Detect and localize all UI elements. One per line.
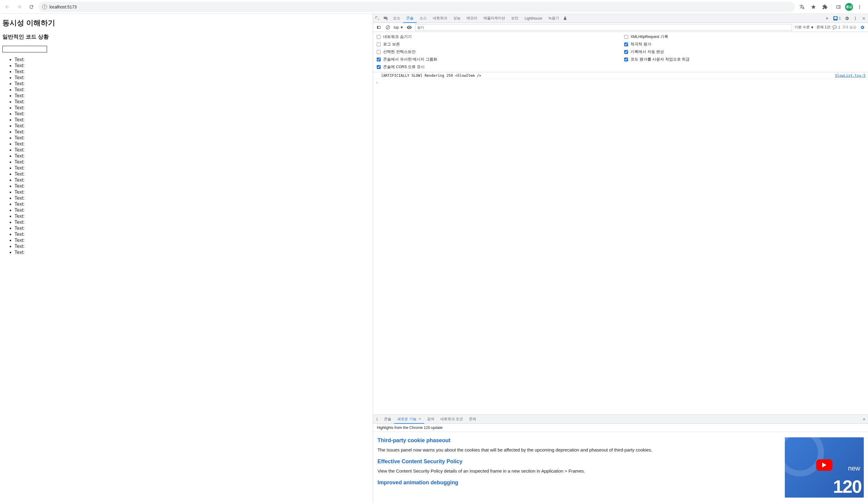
log-source-link[interactable]: SlowList.tsx:5 — [835, 73, 866, 78]
list-item: Text: — [14, 56, 370, 63]
console-setting-checkbox[interactable]: 선택된 컨텍스트만 — [377, 49, 617, 54]
bookmark-icon[interactable] — [809, 2, 818, 12]
checkbox-label: 네트워크 숨기기 — [383, 34, 411, 40]
url-text: localhost:5173 — [50, 4, 76, 9]
list-item: Text: — [14, 105, 370, 111]
list-item: Text: — [14, 87, 370, 93]
page-h2: 일반적인 코드 상황 — [2, 33, 370, 40]
console-setting-checkbox[interactable]: 코드 평가를 사용자 작업으로 취급 — [624, 57, 865, 62]
context-selector[interactable]: top ▼ — [394, 25, 404, 30]
page-text-input[interactable] — [2, 46, 47, 52]
list-item: Text: — [14, 201, 370, 207]
devtools-tab-소스[interactable]: 소스 — [416, 14, 430, 23]
chrome-menu-icon[interactable] — [855, 2, 865, 12]
console-settings-gear-icon[interactable] — [859, 24, 866, 31]
video-thumbnail[interactable]: new 120 — [785, 437, 864, 497]
console-setting-checkbox[interactable]: 적극적 평가 — [624, 42, 865, 47]
log-level-selector[interactable]: 기본 수준 ▼ — [794, 25, 814, 30]
checkbox[interactable] — [624, 50, 628, 54]
drawer-tab-새로운 기능[interactable]: 새로운 기능× — [394, 415, 424, 424]
filter-input[interactable] — [415, 24, 792, 31]
checkbox[interactable] — [624, 57, 628, 61]
list-item: Text: — [14, 111, 370, 117]
svg-line-1 — [387, 26, 389, 29]
console-setting-checkbox[interactable]: 콘솔에 CORS 오류 표시 — [377, 64, 617, 70]
console-setting-checkbox[interactable]: 로그 보존 — [377, 42, 617, 47]
drawer-tab-네트워크 조건[interactable]: 네트워크 조건 — [437, 415, 466, 423]
checkbox[interactable] — [377, 65, 381, 69]
drawer-tab-검색[interactable]: 검색 — [424, 415, 437, 423]
drawer-section-title[interactable]: Third-party cookie phaseout — [378, 437, 781, 444]
live-expression-icon[interactable] — [406, 24, 413, 31]
drawer-section-title[interactable]: Improved animation debugging — [378, 480, 781, 486]
clear-console-icon[interactable] — [384, 24, 391, 31]
inspect-icon[interactable] — [373, 14, 382, 23]
list-item: Text: — [14, 189, 370, 195]
console-setting-checkbox[interactable]: 네트워크 숨기기 — [377, 34, 617, 40]
profile-avatar[interactable]: 종강 — [845, 3, 853, 11]
list-item: Text: — [14, 231, 370, 237]
experiment-icon[interactable] — [561, 14, 569, 23]
speech-icon: 💬 — [833, 16, 838, 20]
back-button[interactable] — [2, 2, 12, 12]
devtools-tab-성능[interactable]: 성능 — [450, 14, 464, 23]
devtools-tab-보안[interactable]: 보안 — [508, 14, 521, 23]
side-panel-icon[interactable] — [834, 2, 843, 12]
devtools-tab-메모리[interactable]: 메모리 — [464, 14, 480, 23]
list-item: Text: — [14, 63, 370, 69]
checkbox-label: 콘솔에 CORS 오류 표시 — [383, 64, 425, 70]
hidden-count: 3개 숨김 — [843, 25, 857, 30]
browser-toolbar: i localhost:5173 종강 — [0, 0, 868, 14]
drawer-close-icon[interactable] — [860, 415, 868, 423]
devtools-tab-애플리케이션[interactable]: 애플리케이션 — [480, 14, 508, 23]
extensions-icon[interactable] — [820, 2, 830, 12]
drawer-tab-콘솔[interactable]: 콘솔 — [381, 415, 394, 423]
list-item: Text: — [14, 135, 370, 141]
console-setting-checkbox[interactable]: 기록에서 자동 완성 — [624, 49, 865, 54]
checkbox[interactable] — [377, 35, 381, 39]
devtools-tab-네트워크[interactable]: 네트워크 — [430, 14, 450, 23]
console-prompt[interactable]: › — [373, 79, 868, 86]
close-icon[interactable]: × — [419, 417, 421, 421]
list-item: Text: — [14, 129, 370, 135]
list-item: Text: — [14, 213, 370, 219]
list-item: Text: — [14, 207, 370, 213]
console-setting-checkbox[interactable]: 콘솔에서 유사한 메시지 그룹화 — [377, 57, 617, 62]
devtools-tab-콘솔[interactable]: 콘솔 — [403, 14, 416, 23]
device-toggle-icon[interactable] — [382, 14, 390, 23]
devtools-tab-요소[interactable]: 요소 — [390, 14, 403, 23]
sidebar-toggle-icon[interactable] — [375, 24, 382, 31]
devtools-kebab-icon[interactable] — [851, 14, 860, 23]
issue-count[interactable]: 문제 1건: 💬 1 — [816, 25, 840, 30]
divider — [831, 4, 832, 10]
translate-icon[interactable] — [797, 2, 807, 12]
page-list: Text:Text:Text:Text:Text:Text:Text:Text:… — [2, 56, 370, 255]
more-tabs-icon[interactable] — [823, 14, 831, 23]
forward-button[interactable] — [14, 2, 24, 12]
issues-indicator[interactable]: 💬 1 — [831, 14, 843, 23]
drawer-highlight-bar: Highlights from the Chrome 120 update — [373, 424, 868, 432]
list-item: Text: — [14, 159, 370, 165]
devtools-close-icon[interactable] — [860, 14, 868, 23]
checkbox[interactable] — [377, 42, 381, 46]
reload-button[interactable] — [27, 2, 36, 12]
devtools-tab-Lighthouse[interactable]: Lighthouse — [521, 14, 545, 23]
checkbox[interactable] — [377, 57, 381, 61]
drawer-tab-문제[interactable]: 문제 — [466, 415, 479, 423]
devtools-settings-icon[interactable] — [843, 14, 851, 23]
list-item: Text: — [14, 183, 370, 189]
drawer-tabbar: 콘솔새로운 기능×검색네트워크 조건문제 — [373, 415, 868, 424]
drawer-section-title[interactable]: Effective Content Security Policy — [378, 459, 781, 465]
devtools-tab-녹음기[interactable]: 녹음기 — [545, 14, 562, 23]
checkbox[interactable] — [377, 50, 381, 54]
site-info-icon[interactable]: i — [42, 4, 47, 9]
list-item: Text: — [14, 249, 370, 255]
checkbox[interactable] — [624, 42, 628, 46]
checkbox[interactable] — [624, 35, 628, 39]
list-item: Text: — [14, 195, 370, 201]
list-item: Text: — [14, 237, 370, 243]
drawer-kebab-icon[interactable] — [373, 415, 381, 423]
address-bar[interactable]: i localhost:5173 — [39, 2, 795, 12]
console-toolbar: top ▼ 기본 수준 ▼ 문제 1건: 💬 1 3개 숨김 — [373, 23, 868, 32]
console-setting-checkbox[interactable]: XMLHttpRequest 기록 — [624, 34, 865, 40]
